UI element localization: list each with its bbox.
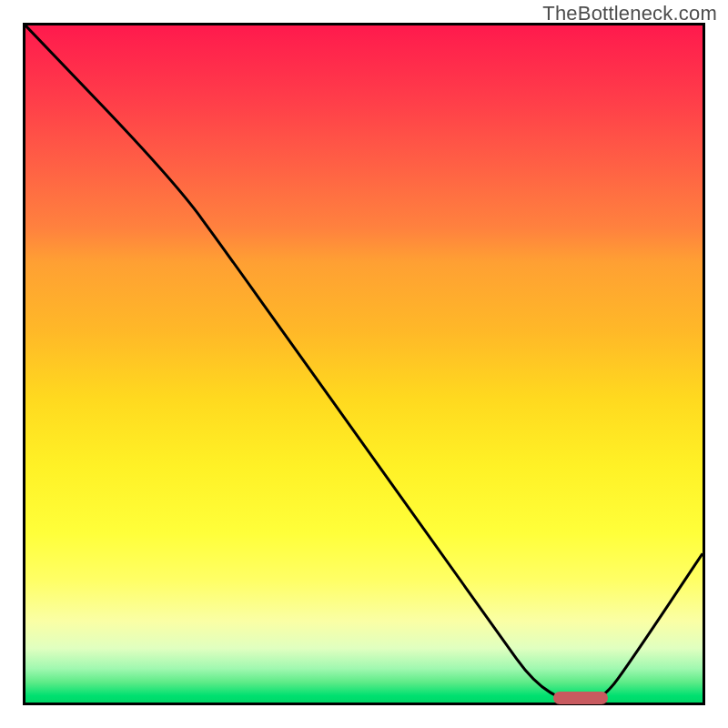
chart-container: TheBottleneck.com [0, 0, 728, 728]
attribution-text: TheBottleneck.com [542, 2, 717, 25]
chart-gradient-background [25, 25, 703, 703]
optimal-range-marker [553, 692, 608, 704]
